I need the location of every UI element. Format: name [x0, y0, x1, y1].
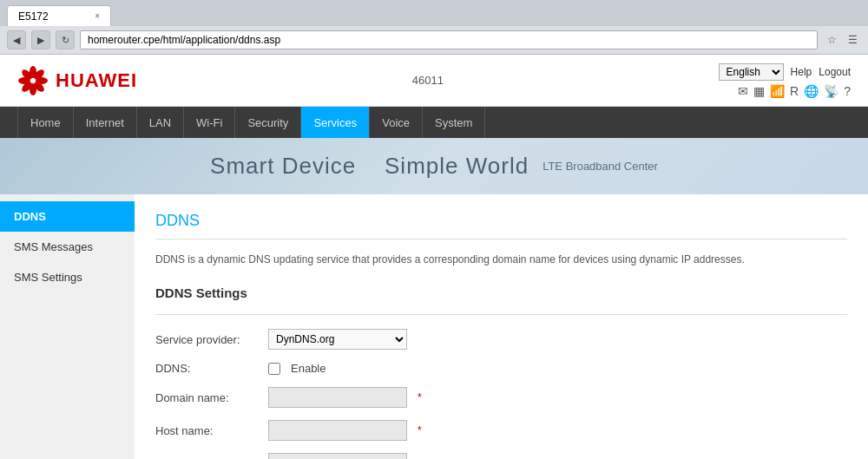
refresh-button[interactable]: ↻	[56, 30, 75, 49]
user-name-input[interactable]	[268, 453, 407, 459]
logo-text: HUAWEI	[56, 69, 137, 92]
back-button[interactable]: ◀	[7, 30, 26, 49]
host-name-row: Host name: *	[155, 420, 847, 441]
ddns-row: DDNS: Enable	[155, 362, 847, 375]
email-icon[interactable]: ✉	[738, 84, 748, 98]
language-select[interactable]: EnglishChinese	[719, 63, 784, 81]
header-right: EnglishChinese Help Logout ✉ ▦ 📶 R 🌐 📡 ?	[719, 63, 851, 98]
huawei-logo-icon	[17, 65, 49, 96]
nav-services[interactable]: Services	[301, 107, 370, 138]
page-title: DDNS	[155, 212, 847, 239]
domain-name-control: *	[268, 387, 422, 408]
sidebar: DDNS SMS Messages SMS Settings	[0, 194, 135, 459]
nav-home[interactable]: Home	[17, 107, 74, 138]
host-name-label: Host name:	[155, 424, 268, 437]
tab-close-button[interactable]: ×	[95, 11, 100, 21]
service-provider-select[interactable]: DynDNS.org No-IP.com Other	[268, 329, 407, 350]
sms-icon[interactable]: ▦	[753, 84, 765, 98]
host-name-required: *	[418, 424, 422, 436]
bookmark-icon[interactable]: ☆	[823, 31, 840, 49]
hero-main-text: Smart Device Simple World	[210, 153, 529, 180]
address-bar-row: ◀ ▶ ↻ ☆ ☰	[0, 26, 868, 54]
user-name-row: User name: *	[155, 453, 847, 459]
settings-icon[interactable]: ☰	[844, 31, 861, 49]
help-link[interactable]: Help	[791, 66, 812, 78]
nav-lan[interactable]: LAN	[137, 107, 184, 138]
description: DDNS is a dynamic DNS updating service t…	[155, 252, 847, 268]
service-provider-control: DynDNS.org No-IP.com Other	[268, 329, 407, 350]
section-title: DDNS Settings	[155, 285, 847, 300]
domain-name-input[interactable]	[268, 387, 407, 408]
host-name-input[interactable]	[268, 420, 407, 441]
browser-actions: ☆ ☰	[823, 31, 861, 49]
hero-banner: Smart Device Simple World LTE Broadband …	[0, 138, 868, 194]
hero-sub-text: LTE Broadband Center	[542, 160, 658, 173]
domain-name-required: *	[418, 391, 422, 403]
ddns-enable-label: Enable	[291, 362, 326, 375]
sidebar-item-sms-messages[interactable]: SMS Messages	[0, 232, 135, 262]
signal-icon[interactable]: 📶	[770, 84, 785, 98]
header-top-right: EnglishChinese Help Logout	[719, 63, 851, 81]
domain-name-label: Domain name:	[155, 391, 268, 404]
logout-link[interactable]: Logout	[819, 66, 851, 78]
service-provider-label: Service provider:	[155, 333, 268, 346]
device-id: 46011	[412, 74, 444, 87]
wifi-icon[interactable]: 📡	[824, 84, 838, 98]
user-name-control: *	[268, 453, 422, 459]
domain-name-row: Domain name: *	[155, 387, 847, 408]
huawei-logo: HUAWEI	[17, 65, 137, 96]
service-provider-row: Service provider: DynDNS.org No-IP.com O…	[155, 329, 847, 350]
ddns-enable-checkbox[interactable]	[268, 363, 280, 375]
nav-internet[interactable]: Internet	[74, 107, 137, 138]
roaming-icon[interactable]: R	[790, 84, 799, 98]
forward-button[interactable]: ▶	[31, 30, 50, 49]
ddns-control: Enable	[268, 362, 326, 375]
nav-system[interactable]: System	[423, 107, 485, 138]
router-header: HUAWEI 46011 EnglishChinese Help Logout …	[0, 55, 868, 107]
globe-icon[interactable]: 🌐	[804, 84, 819, 98]
header-icons: ✉ ▦ 📶 R 🌐 📡 ?	[738, 84, 851, 98]
help-icon[interactable]: ?	[844, 84, 851, 98]
browser-tab[interactable]: E5172 ×	[7, 5, 111, 26]
tab-title: E5172	[18, 10, 49, 23]
browser-chrome: E5172 × ◀ ▶ ↻ ☆ ☰	[0, 0, 868, 55]
nav-security[interactable]: Security	[235, 107, 301, 138]
divider	[155, 314, 847, 315]
sidebar-item-sms-settings[interactable]: SMS Settings	[0, 262, 135, 292]
ddns-label: DDNS:	[155, 362, 268, 375]
content-area: DDNS SMS Messages SMS Settings DDNS DDNS…	[0, 194, 868, 459]
tab-bar: E5172 ×	[0, 0, 868, 26]
main-nav: Home Internet LAN Wi-Fi Security Service…	[0, 107, 868, 138]
nav-wifi[interactable]: Wi-Fi	[184, 107, 235, 138]
nav-voice[interactable]: Voice	[370, 107, 423, 138]
address-input[interactable]	[80, 30, 818, 49]
sidebar-item-ddns[interactable]: DDNS	[0, 201, 135, 232]
main-content: DDNS DDNS is a dynamic DNS updating serv…	[135, 194, 868, 459]
host-name-control: *	[268, 420, 422, 441]
